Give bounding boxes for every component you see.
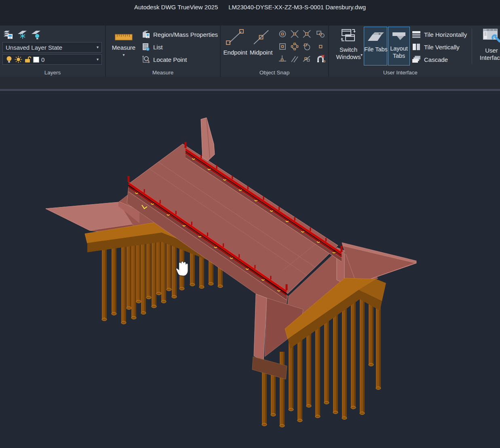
user-interface-button[interactable]: User Interface bbox=[475, 27, 500, 61]
region-mass-icon bbox=[141, 30, 150, 39]
tile-vertically-label: Tile Vertically bbox=[424, 44, 460, 51]
center-snap-button[interactable] bbox=[277, 29, 288, 39]
file-tabs-toggle[interactable]: File Tabs bbox=[364, 27, 387, 66]
layer-light-icon bbox=[30, 29, 42, 40]
list-label: List bbox=[153, 44, 162, 51]
switch-windows-icon bbox=[340, 27, 357, 44]
unlock-icon bbox=[24, 56, 31, 63]
quadrant-snap-button[interactable] bbox=[289, 41, 300, 52]
apparent-intersection-snap-icon bbox=[302, 30, 311, 38]
chevron-down-icon: ▾ bbox=[361, 53, 363, 57]
layer-light-button[interactable] bbox=[30, 29, 42, 40]
ui-settings-wrench-icon bbox=[482, 27, 500, 45]
panel-label-layers[interactable]: Layers bbox=[0, 70, 105, 76]
tile-horizontal-icon bbox=[411, 30, 421, 39]
sun-icon bbox=[15, 56, 22, 63]
midpoint-label: Midpoint bbox=[248, 49, 274, 56]
chevron-down-icon: ▾ bbox=[97, 57, 99, 61]
parallel-snap-button[interactable] bbox=[289, 54, 300, 64]
layer-freeze-icon bbox=[17, 29, 28, 40]
layer-states-icon bbox=[3, 29, 14, 40]
geometric-center-snap-button[interactable] bbox=[315, 29, 326, 39]
layout-tabs-toggle[interactable]: Layout Tabs bbox=[388, 27, 410, 66]
layer-dropdown[interactable]: 0 ▾ bbox=[2, 54, 102, 65]
tangent-snap-icon bbox=[302, 42, 311, 51]
region-mass-button[interactable]: Region/Mass Properties bbox=[141, 30, 218, 39]
endpoint-label: Endpoint bbox=[222, 49, 248, 56]
insertion-snap-button[interactable] bbox=[277, 41, 288, 52]
layer-state-dropdown[interactable]: Unsaved Layer State ▾ bbox=[2, 42, 102, 53]
tile-vertically-button[interactable]: Tile Vertically bbox=[411, 42, 460, 52]
snap-none-icon bbox=[316, 54, 325, 64]
title-bar: Autodesk DWG TrueView 2025 LM23040-DYSE-… bbox=[0, 0, 500, 25]
app-title: Autodesk DWG TrueView 2025 bbox=[134, 4, 218, 25]
quadrant-snap-icon bbox=[290, 42, 299, 51]
panel-user-interface: Switch Windows ▾ File Tabs Layout Tabs bbox=[329, 25, 500, 77]
chevron-down-icon: ▾ bbox=[97, 45, 99, 49]
perpendicular-snap-icon bbox=[278, 55, 287, 63]
panel-label-object-snap[interactable]: Object Snap bbox=[221, 70, 328, 76]
locate-point-button[interactable]: Locate Point bbox=[141, 55, 187, 64]
current-layer-value: 0 bbox=[41, 56, 44, 63]
layer-freeze-button[interactable] bbox=[16, 29, 28, 40]
layout-tabs-icon bbox=[390, 30, 407, 43]
tangent-snap-button[interactable] bbox=[302, 41, 312, 52]
intersection-snap-icon bbox=[290, 30, 299, 38]
color-swatch bbox=[33, 57, 39, 63]
region-mass-label: Region/Mass Properties bbox=[153, 31, 218, 38]
panel-label-measure[interactable]: Measure bbox=[106, 70, 220, 76]
ruler-icon bbox=[114, 33, 133, 42]
nearest-snap-icon bbox=[302, 55, 311, 63]
switch-windows-label: Switch Windows bbox=[333, 46, 364, 61]
intersection-snap-button[interactable] bbox=[289, 29, 300, 39]
endpoint-snap-icon bbox=[224, 27, 247, 47]
layout-tabs-label: Layout Tabs bbox=[388, 45, 409, 59]
endpoint-snap-button[interactable]: Endpoint bbox=[222, 27, 248, 56]
perpendicular-snap-button[interactable] bbox=[277, 54, 288, 64]
locate-point-icon bbox=[141, 55, 150, 64]
center-snap-icon bbox=[278, 30, 287, 38]
cascade-button[interactable]: Cascade bbox=[411, 55, 448, 64]
document-title: LM23040-DYSE-XX-ZZ-M3-S-0001 Daresbury.d… bbox=[228, 4, 366, 25]
snap-none-button[interactable] bbox=[315, 54, 326, 64]
chevron-down-icon: ▾ bbox=[109, 53, 138, 57]
apparent-intersection-snap-button[interactable] bbox=[302, 29, 312, 39]
tile-vertical-icon bbox=[411, 42, 421, 51]
locate-point-label: Locate Point bbox=[153, 56, 187, 63]
node-snap-button[interactable] bbox=[315, 41, 326, 52]
app-window: Autodesk DWG TrueView 2025 LM23040-DYSE-… bbox=[0, 0, 500, 448]
midpoint-snap-button[interactable]: Midpoint bbox=[248, 27, 274, 56]
tile-horizontally-label: Tile Horizontally bbox=[424, 31, 467, 38]
ribbon-lower-strip bbox=[0, 77, 500, 89]
layer-state-value: Unsaved Layer State bbox=[6, 44, 62, 51]
switch-windows-button[interactable]: Switch Windows bbox=[333, 27, 364, 61]
cascade-icon bbox=[411, 55, 421, 64]
bulb-on-icon bbox=[6, 56, 13, 63]
layer-states-button[interactable] bbox=[2, 29, 15, 40]
measure-button-label: Measure bbox=[109, 44, 138, 51]
panel-measure: Measure ▾ Region/Mass Properties bbox=[106, 25, 220, 77]
panel-object-snap: Endpoint Midpoint bbox=[221, 25, 328, 77]
pan-hand-cursor bbox=[176, 261, 188, 276]
list-icon bbox=[141, 42, 150, 51]
measure-button[interactable]: Measure ▾ bbox=[109, 33, 138, 57]
midpoint-snap-icon bbox=[250, 27, 272, 47]
file-tabs-label: File Tabs bbox=[364, 46, 387, 53]
panel-label-user-interface[interactable]: User Interface bbox=[329, 70, 472, 76]
ribbon: Unsaved Layer State ▾ 0 bbox=[0, 25, 500, 77]
parallel-snap-icon bbox=[290, 55, 299, 63]
tile-horizontally-button[interactable]: Tile Horizontally bbox=[411, 30, 467, 39]
drawing-canvas[interactable] bbox=[0, 91, 500, 448]
panel-separator bbox=[472, 29, 472, 64]
bridge-3d-model bbox=[0, 91, 500, 448]
nearest-snap-button[interactable] bbox=[302, 54, 312, 64]
cascade-label: Cascade bbox=[424, 56, 448, 63]
file-tabs-icon bbox=[366, 30, 385, 44]
list-button[interactable]: List bbox=[141, 42, 162, 52]
user-interface-label: User Interface bbox=[475, 47, 500, 61]
geometric-center-snap-icon bbox=[316, 30, 325, 38]
wingwall-fin bbox=[201, 118, 215, 161]
panel-layers: Unsaved Layer State ▾ 0 bbox=[0, 25, 105, 77]
insertion-snap-icon bbox=[278, 42, 287, 51]
node-snap-icon bbox=[316, 42, 325, 51]
